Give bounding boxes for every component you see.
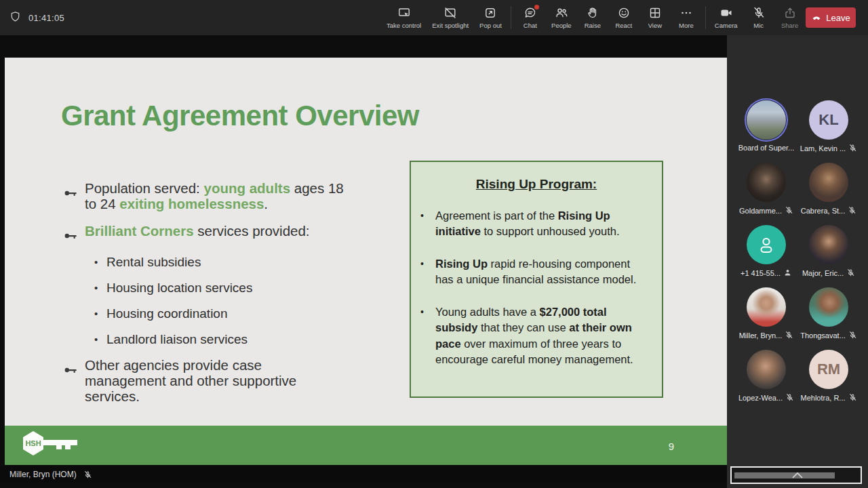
participant-name: Lam, Kevin ... [800,144,846,152]
people-icon [555,6,568,20]
toolbar-separator [705,6,706,29]
raise-icon [586,6,599,20]
toolbar-button-label: Camera [715,22,738,29]
bullet-text: Rental subsidies [106,256,201,270]
participant-tile[interactable]: Miller, Bryn... [735,287,797,350]
bullet-text: Brilliant Corners services provided: [85,224,310,239]
participant-tile[interactable]: KLLam, Kevin ... [797,100,860,163]
dot-bullet: • [94,281,106,294]
muted-mic-icon [785,206,793,215]
muted-mic-icon [846,268,855,277]
participant-name: Mehlotra, R... [800,394,845,402]
mic-button[interactable]: Mic [743,0,774,35]
participant-label: Major, Eric... [802,268,855,277]
toolbar-button-label: View [648,22,662,29]
participant-label: Miller, Bryn... [739,331,794,340]
pop-out-icon [484,6,497,20]
participant-avatar [747,287,786,327]
meeting-timer: 01:41:05 [28,13,64,23]
muted-mic-icon [848,393,857,402]
bullet-text: Landlord liaison services [106,333,248,347]
notification-badge [534,5,539,9]
mic-off-icon [752,6,766,20]
view-button[interactable]: View [639,0,671,35]
participant-tile[interactable]: Board of Super... [735,100,797,163]
key-bullet-icon [64,358,85,378]
react-button[interactable]: React [608,0,639,35]
bullet-text: Population served: young adults ages 18 … [85,181,344,212]
participant-tile[interactable]: RMMehlotra, R... [797,350,860,412]
more-button[interactable]: More [671,0,702,35]
shared-screen: Grant Agreement Overview Population serv… [0,35,727,488]
meeting-toolbar: 01:41:05 Take controlExit spotlightPop o… [0,0,868,35]
participant-tile[interactable]: Cabrera, St... [797,163,860,225]
teams-meeting-window: 01:41:05 Take controlExit spotlightPop o… [0,0,868,488]
leave-label: Leave [826,13,850,23]
take-control-icon [397,6,411,20]
share-button[interactable]: Share [774,0,806,35]
dot-bullet: • [420,304,435,368]
hang-up-icon [811,12,822,24]
toolbar-button-label: Mic [753,22,764,29]
camera-button[interactable]: Camera [709,0,743,35]
pop-out-button[interactable]: Pop out [474,0,507,35]
slide-bullet: •Rental subsidies [94,256,378,270]
chevron-up-icon [790,470,805,481]
take-control-button[interactable]: Take control [381,0,427,35]
toolbar-button-label: Raise [585,22,601,29]
key-bullet-icon [64,224,85,244]
toolbar-button-label: Exit spotlight [432,22,469,29]
callout-bullet: •Agreement is part of the Rising Up init… [420,208,656,240]
gallery-scroll-up-control[interactable] [730,466,862,484]
participant-name: Miller, Bryn... [739,331,783,340]
exit-spotlight-icon [443,6,457,20]
bullet-text: Housing coordination [106,307,228,321]
participant-tiles: Board of Super...KLLam, Kevin ...Goldamm… [735,100,860,412]
participant-label: Lopez-Wea... [738,393,794,402]
participant-label: +1 415-55... [741,268,792,277]
initials-avatar: RM [809,350,848,389]
bullet-text: Housing location services [106,281,252,296]
raise-button[interactable]: Raise [577,0,608,35]
view-icon [648,6,662,20]
participant-label: Lam, Kevin ... [800,144,857,152]
dot-bullet: • [94,307,106,320]
gallery-scrollbar[interactable] [734,472,835,479]
slide-bullet: •Housing coordination [94,307,378,321]
participant-name: Major, Eric... [802,269,844,277]
participant-name: Thongsavat... [800,331,846,340]
presenter-name: Miller, Bryn (HOM) [9,470,77,479]
toolbar-button-label: Share [781,22,798,29]
participant-tile[interactable]: Goldamme... [735,163,797,225]
participant-tile[interactable]: +1 415-55... [735,225,797,287]
slide-bullet-list: Population served: young adults ages 18 … [64,181,378,416]
participant-tile[interactable]: Thongsavat... [797,287,860,350]
people-button[interactable]: People [546,0,577,35]
react-icon [617,6,631,20]
participant-tile[interactable]: Lopez-Wea... [735,350,797,412]
chat-icon [524,6,537,20]
chat-button[interactable]: Chat [515,0,546,35]
exit-spotlight-button[interactable]: Exit spotlight [427,0,474,35]
share-icon [783,6,797,20]
bullet-text: Rising Up rapid re-housing component has… [435,256,636,288]
participant-tile[interactable]: Major, Eric... [797,225,860,287]
callout-bullet: •Young adults have a $27,000 total subsi… [420,304,656,368]
toolbar-button-label: Pop out [479,22,502,29]
muted-mic-icon [848,144,857,152]
participant-label: Thongsavat... [800,331,857,340]
participant-name: Goldamme... [739,207,782,215]
leave-button[interactable]: Leave [806,7,856,28]
bullet-text: Other agencies provide case management a… [85,358,296,405]
callout-bullet-list: •Agreement is part of the Rising Up init… [411,208,662,367]
slide-bullet: Population served: young adults ages 18 … [64,181,378,212]
muted-mic-icon [785,393,794,402]
participant-name: Lopez-Wea... [738,394,783,402]
phone-user-avatar [747,225,786,264]
toolbar-buttons: Take controlExit spotlightPop outChatPeo… [381,0,806,35]
toolbar-button-label: More [679,22,694,29]
muted-mic-icon [83,470,92,479]
participant-name: Cabrera, St... [801,207,845,215]
presenter-name-bar: Miller, Bryn (HOM) [0,466,727,483]
dot-bullet: • [94,256,106,268]
